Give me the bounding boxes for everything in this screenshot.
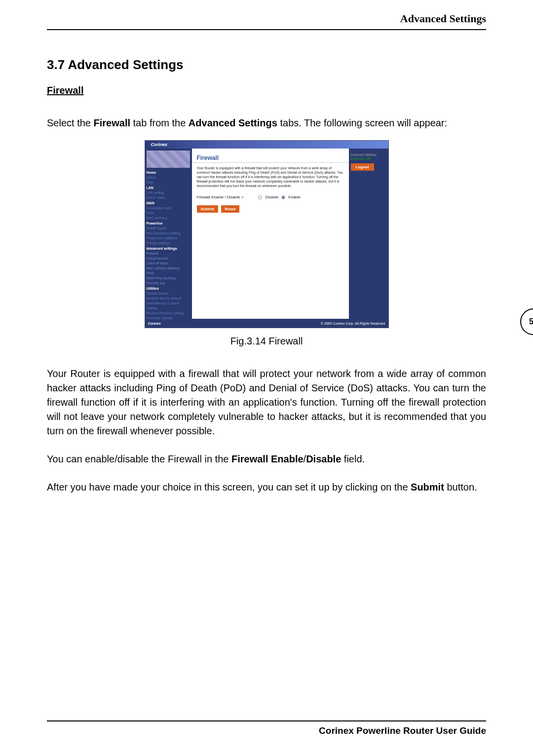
button-row: Submit Reset xyxy=(192,202,349,216)
nav-restore-factory[interactable]: Restore factory default xyxy=(147,296,190,301)
footer-brand: Corinex xyxy=(148,322,161,325)
radio-disable[interactable] xyxy=(258,195,262,199)
submit-button[interactable]: Submit xyxy=(197,205,218,213)
main-title: Firewall xyxy=(192,149,349,163)
footer-copyright: © 2005 Corinex Corp. All Rights Reserved xyxy=(321,322,385,325)
nav-virtual[interactable]: Virtual servers xyxy=(147,256,190,261)
nav-nek[interactable]: NEK password setting xyxy=(147,231,190,236)
page-number-badge: 53 xyxy=(520,308,533,335)
footer-title: Corinex Powerline Router User Guide xyxy=(319,725,486,736)
page-header: Advanced Settings xyxy=(47,12,486,30)
screenshot-body: Home Status Help LAN LAN setting DHCP cl… xyxy=(145,149,388,319)
radio-enable[interactable] xyxy=(281,195,285,199)
firewall-radio-group: Disable Enable xyxy=(258,195,301,199)
nav-priority[interactable]: Priority settings xyxy=(147,241,190,246)
nav-wan-ping[interactable]: WAN Ping blocking xyxy=(147,276,190,281)
section-number: 3.7 xyxy=(47,57,65,72)
section-title: Advanced Settings xyxy=(68,57,183,72)
section-heading: 3.7 Advanced Settings xyxy=(47,57,486,73)
logout-button[interactable]: Logout xyxy=(351,163,374,171)
main-description: Your Router is equipped with a firewall … xyxy=(192,163,349,192)
subsection-heading: Firewall xyxy=(47,85,486,96)
nav-home[interactable]: Home xyxy=(147,170,190,175)
nav-firmware[interactable]: Firmware Update xyxy=(147,316,190,321)
nav-mac-filter[interactable]: MAC address filtering xyxy=(147,266,190,271)
nav-lan[interactable]: LAN xyxy=(147,186,190,190)
screenshot-main: Firewall Your Router is equipped with a … xyxy=(192,149,349,319)
header-title: Advanced Settings xyxy=(400,12,486,25)
nav-snmp[interactable]: SNMP Agent xyxy=(147,226,190,231)
document-page: Advanced Settings 3.7 Advanced Settings … xyxy=(0,0,533,756)
sidebar-nav: Home Status Help LAN LAN setting DHCP cl… xyxy=(147,170,190,321)
nav-save-backup[interactable]: Save/Backup Current Setting xyxy=(147,301,190,311)
connect-status-value: Connect OK xyxy=(351,157,386,160)
nav-help[interactable]: Help xyxy=(147,180,190,185)
screenshot-sidebar: Home Status Help LAN LAN setting DHCP cl… xyxy=(145,149,192,319)
nav-dns[interactable]: DNS xyxy=(147,211,190,216)
nav-utilities[interactable]: Utilities xyxy=(147,286,190,291)
nav-restore-prev[interactable]: Restore Previous setting xyxy=(147,311,190,316)
paragraph-3: After you have made your choice in this … xyxy=(47,480,486,494)
nav-conn-type[interactable]: Connection type xyxy=(147,206,190,211)
nav-wan[interactable]: WAN xyxy=(147,201,190,206)
nav-mac-address[interactable]: MAC address xyxy=(147,216,190,221)
nav-lan-setting[interactable]: LAN setting xyxy=(147,190,190,195)
screenshot-titlebar: Corinex xyxy=(145,141,388,149)
nav-client-ip[interactable]: Client IP filters xyxy=(147,261,190,266)
paragraph-2: You can enable/disable the Firewall in t… xyxy=(47,452,486,466)
page-footer: Corinex Powerline Router User Guide xyxy=(47,720,486,736)
page-number: 53 xyxy=(529,317,533,326)
connect-status-label: Connect Status: xyxy=(351,152,386,157)
intro-paragraph: Select the Firewall tab from the Advance… xyxy=(47,116,486,130)
nav-security-log[interactable]: Security log xyxy=(147,281,190,286)
nav-powerline[interactable]: Powerline xyxy=(147,221,190,226)
nav-dmz[interactable]: DMZ xyxy=(147,271,190,276)
firewall-field-label: Firewall Enable / Disable > xyxy=(197,195,244,199)
nav-restart[interactable]: Restart Router xyxy=(147,291,190,296)
nav-status[interactable]: Status xyxy=(147,175,190,180)
paragraph-1: Your Router is equipped with a firewall … xyxy=(47,367,486,438)
nav-pl-stats[interactable]: PowerLine Statistics xyxy=(147,236,190,241)
nav-advanced[interactable]: Advanced settings xyxy=(147,246,190,251)
reset-button[interactable]: Reset xyxy=(221,205,240,213)
nav-firewall[interactable]: Firewall xyxy=(147,251,190,256)
radio-enable-label: Enable xyxy=(288,195,301,199)
brand-logo-text: Corinex xyxy=(151,142,168,147)
radio-disable-label: Disable xyxy=(265,195,278,199)
device-image xyxy=(147,151,190,168)
screenshot-right-pane: Connect Status: Connect OK Logout xyxy=(349,149,388,319)
nav-dhcp[interactable]: DHCP client xyxy=(147,195,190,200)
figure-caption: Fig.3.14 Firewall xyxy=(47,336,486,347)
firewall-enable-row: Firewall Enable / Disable > Disable Enab… xyxy=(192,192,349,202)
firewall-screenshot: Corinex Home Status Help LAN LAN setting… xyxy=(145,140,389,328)
